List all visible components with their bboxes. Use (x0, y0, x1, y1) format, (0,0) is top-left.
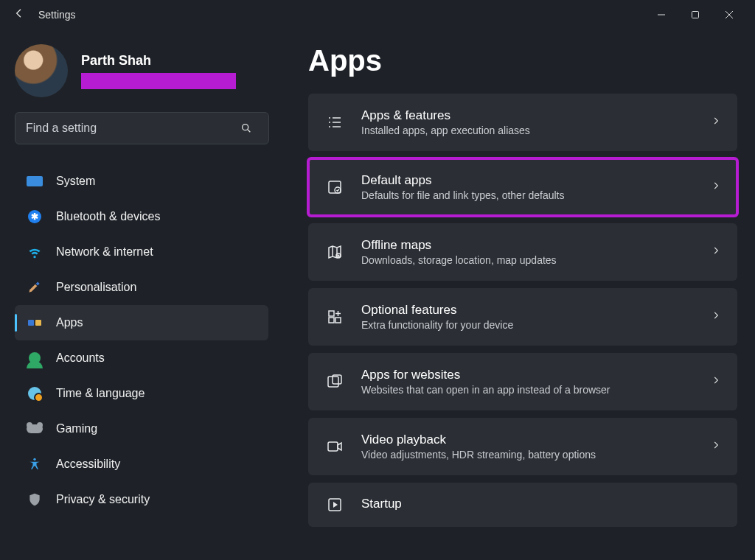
card-optional-features[interactable]: Optional features Extra functionality fo… (308, 288, 737, 346)
map-icon (324, 242, 345, 262)
svg-rect-7 (329, 318, 334, 323)
sidebar-item-apps[interactable]: Apps (15, 305, 268, 340)
card-title: Startup (361, 497, 402, 511)
sidebar-item-label: Gaming (56, 422, 97, 435)
svg-rect-0 (692, 12, 699, 18)
gamepad-icon (25, 421, 44, 437)
chevron-right-icon (711, 181, 721, 194)
search-icon (240, 122, 252, 134)
sidebar-item-time-language[interactable]: Time & language (15, 376, 268, 411)
card-desc: Video adjustments, HDR streaming, batter… (361, 449, 596, 461)
card-desc: Defaults for file and link types, other … (361, 189, 564, 201)
list-icon (324, 112, 345, 133)
svg-rect-9 (328, 377, 338, 387)
sidebar-item-accessibility[interactable]: Accessibility (15, 447, 268, 482)
sidebar-item-label: Accounts (56, 351, 105, 365)
website-app-icon (324, 371, 345, 392)
back-button[interactable] (9, 7, 29, 22)
wifi-icon (25, 244, 44, 260)
card-apps-for-websites[interactable]: Apps for websites Websites that can open… (308, 353, 737, 410)
globe-clock-icon (25, 385, 44, 402)
chevron-right-icon (711, 116, 721, 129)
sidebar-item-privacy-security[interactable]: Privacy & security (15, 482, 268, 517)
profile-block[interactable]: Parth Shah (15, 44, 268, 97)
profile-name: Parth Shah (81, 53, 236, 69)
sidebar-item-bluetooth[interactable]: ✱ Bluetooth & devices (15, 199, 268, 234)
sidebar-item-label: Apps (56, 316, 83, 329)
card-title: Apps & features (361, 108, 530, 123)
shield-icon (25, 491, 44, 508)
close-button[interactable] (712, 3, 746, 27)
main-content: Apps Apps & features Installed apps, app… (280, 29, 755, 560)
card-desc: Extra functionality for your device (361, 319, 513, 331)
minimize-button[interactable] (644, 3, 678, 27)
sidebar-item-personalisation[interactable]: Personalisation (15, 270, 268, 305)
display-icon (25, 173, 44, 189)
window-title: Settings (38, 9, 76, 21)
video-icon (324, 436, 345, 457)
sidebar: Parth Shah System ✱ Bluetooth & devices (0, 29, 280, 560)
bluetooth-icon: ✱ (25, 209, 44, 225)
sidebar-item-label: Personalisation (56, 281, 136, 294)
card-desc: Downloads, storage location, map updates (361, 254, 557, 266)
card-video-playback[interactable]: Video playback Video adjustments, HDR st… (308, 418, 737, 475)
search-input[interactable] (15, 112, 269, 144)
card-title: Apps for websites (361, 368, 610, 382)
chevron-right-icon (711, 440, 721, 453)
apps-grid-icon (25, 315, 44, 331)
svg-rect-8 (335, 318, 341, 323)
sidebar-item-system[interactable]: System (15, 164, 268, 199)
card-offline-maps[interactable]: Offline maps Downloads, storage location… (308, 223, 737, 281)
card-default-apps[interactable]: Default apps Defaults for file and link … (308, 158, 737, 216)
sidebar-item-gaming[interactable]: Gaming (15, 411, 268, 447)
chevron-right-icon (711, 375, 721, 388)
sidebar-item-label: Network & internet (56, 245, 153, 259)
sidebar-item-label: System (56, 175, 95, 188)
card-startup[interactable]: Startup (308, 483, 737, 527)
card-apps-features[interactable]: Apps & features Installed apps, app exec… (308, 94, 737, 151)
page-heading: Apps (308, 44, 737, 77)
accessibility-icon (25, 456, 44, 472)
sidebar-item-network[interactable]: Network & internet (15, 234, 268, 270)
sidebar-item-label: Accessibility (56, 458, 120, 471)
svg-rect-11 (328, 442, 338, 451)
avatar (15, 44, 68, 97)
sidebar-item-label: Privacy & security (56, 493, 150, 506)
sidebar-item-label: Time & language (56, 387, 145, 400)
person-icon (25, 350, 44, 366)
title-bar: Settings (0, 0, 755, 29)
card-title: Default apps (361, 173, 564, 188)
card-desc: Installed apps, app execution aliases (361, 125, 530, 136)
nav-list: System ✱ Bluetooth & devices Network & i… (15, 164, 268, 517)
svg-point-1 (243, 125, 248, 130)
chevron-right-icon (711, 310, 721, 323)
card-title: Video playback (361, 433, 596, 447)
card-title: Offline maps (361, 238, 557, 253)
paintbrush-icon (25, 279, 44, 295)
card-title: Optional features (361, 303, 513, 318)
sidebar-item-label: Bluetooth & devices (56, 210, 160, 223)
add-feature-icon (324, 307, 345, 327)
chevron-right-icon (711, 245, 721, 259)
svg-point-2 (33, 458, 35, 461)
maximize-button[interactable] (678, 3, 712, 27)
profile-email-redacted (81, 73, 236, 89)
default-apps-icon (324, 177, 345, 197)
sidebar-item-accounts[interactable]: Accounts (15, 340, 268, 376)
startup-icon (324, 494, 345, 515)
svg-rect-6 (329, 311, 334, 316)
card-desc: Websites that can open in an app instead… (361, 384, 610, 396)
